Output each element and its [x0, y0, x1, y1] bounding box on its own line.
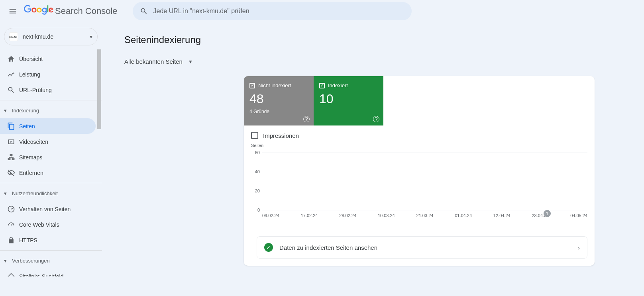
video-pages-icon [7, 138, 19, 146]
sidebar-item-label: URL-Prüfung [19, 87, 52, 93]
sidebar-scrollbar[interactable]: ▴ [96, 49, 102, 276]
chart-area: Seiten 0204060 06.02.2417.02.2428.02.241… [244, 141, 595, 226]
sidebar-item-https[interactable]: HTTPS [0, 232, 96, 248]
tile-value: 48 [249, 92, 308, 106]
sidebar-item-label: Leistung [19, 71, 40, 78]
x-tick-label: 10.03.24 [378, 213, 395, 221]
x-tick-label: 01.04.24 [455, 213, 472, 221]
checkbox-checked-icon: ✓ [249, 83, 255, 88]
impressions-toggle[interactable]: Impressionen [244, 125, 595, 141]
sidebar-item-cwv[interactable]: Core Web Vitals [0, 217, 96, 232]
section-label: Verbesserungen [12, 258, 50, 264]
x-tick-label: 12.04.24 [493, 213, 510, 221]
home-icon [7, 55, 19, 63]
url-inspect-search[interactable] [133, 2, 412, 20]
sidebar-item-label: Core Web Vitals [19, 222, 59, 228]
divider [0, 250, 102, 251]
view-indexed-data-button[interactable]: ✓ Daten zu indexierten Seiten ansehen › [257, 236, 587, 259]
help-icon[interactable]: ? [373, 116, 379, 122]
page-filter[interactable]: Alle bekannten Seiten ▼ [124, 58, 638, 65]
x-tick-label: 06.02.24 [262, 213, 279, 221]
chevron-down-icon: ▼ [188, 59, 193, 65]
page-title: Seitenindexierung [124, 26, 638, 58]
checkbox-checked-icon: ✓ [319, 83, 325, 88]
sitelinks-icon [7, 272, 19, 277]
sidebar-item-overview[interactable]: Übersicht [0, 51, 96, 67]
visibility-off-icon [7, 169, 19, 177]
menu-button[interactable] [3, 2, 22, 21]
page-experience-icon [7, 205, 19, 213]
tile-value: 10 [319, 92, 378, 106]
sidebar-item-url-inspect[interactable]: URL-Prüfung [0, 82, 96, 98]
section-enhancements[interactable]: ▾ Verbesserungen [0, 253, 96, 269]
nav-list: Übersicht Leistung URL-Prüfung ▾ Indexie… [0, 49, 102, 276]
property-label: next-kmu.de [23, 33, 53, 40]
sidebar-item-sitelinks-searchbox[interactable]: Sitelinks-Suchfeld [0, 269, 96, 276]
y-tick-label: 0 [257, 208, 260, 212]
lock-icon [7, 236, 19, 244]
chevron-right-icon: › [578, 244, 580, 251]
section-label: Nutzerfreundlichkeit [12, 190, 58, 196]
topbar: Search Console [0, 0, 644, 22]
x-tick-label: 17.02.24 [301, 213, 318, 221]
indexing-chart[interactable]: 0204060 06.02.2417.02.2428.02.2410.03.24… [251, 149, 587, 221]
trend-icon [7, 71, 19, 78]
impressions-label: Impressionen [263, 132, 299, 139]
tile-label: Nicht indexiert [258, 82, 291, 88]
sidebar-item-performance[interactable]: Leistung [0, 67, 96, 82]
property-picker[interactable]: NEXT next-kmu.de ▾ [4, 28, 98, 45]
sidebar-item-video-pages[interactable]: Videoseiten [0, 134, 96, 149]
section-label: Indexierung [12, 108, 39, 114]
checkbox-unchecked-icon [251, 132, 258, 139]
url-inspect-input[interactable] [153, 8, 404, 15]
y-tick-label: 20 [255, 188, 260, 193]
shell: NEXT next-kmu.de ▾ Übersicht Leistung UR… [0, 22, 644, 296]
grid-line [262, 153, 587, 153]
y-axis: 0204060 [251, 149, 262, 221]
divider [0, 183, 102, 183]
divider [0, 100, 102, 100]
chevron-down-icon: ▾ [90, 33, 92, 40]
indexing-card: ✓ Nicht indexiert 48 4 Gründe ? ✓ Indexi… [244, 76, 595, 266]
section-ux[interactable]: ▾ Nutzerfreundlichkeit [0, 186, 96, 201]
hamburger-icon [8, 7, 17, 16]
action-label: Daten zu indexierten Seiten ansehen [279, 244, 377, 251]
section-indexing[interactable]: ▾ Indexierung [0, 103, 96, 118]
tile-not-indexed[interactable]: ✓ Nicht indexiert 48 4 Gründe ? [244, 76, 314, 125]
search-icon [140, 7, 148, 15]
main-content: Seitenindexierung Alle bekannten Seiten … [102, 22, 644, 296]
bars-container [262, 153, 587, 210]
grid-line [262, 172, 587, 172]
help-icon[interactable]: ? [303, 116, 310, 122]
sidebar-item-label: Seiten [19, 123, 35, 129]
grid-line [262, 210, 587, 210]
tile-label: Indexiert [328, 82, 348, 88]
product-name: Search Console [55, 6, 118, 16]
scrollbar-thumb[interactable] [97, 49, 101, 129]
sidebar-item-page-experience[interactable]: Verhalten von Seiten [0, 201, 96, 217]
sidebar: NEXT next-kmu.de ▾ Übersicht Leistung UR… [0, 22, 102, 296]
tile-indexed[interactable]: ✓ Indexiert 10 ? [314, 76, 383, 125]
pages-icon [7, 122, 19, 130]
sidebar-item-label: Sitemaps [19, 154, 42, 161]
filter-label: Alle bekannten Seiten [124, 58, 183, 65]
y-tick-label: 40 [255, 169, 260, 174]
plot-area: 06.02.2417.02.2428.02.2410.03.2421.03.24… [262, 149, 587, 221]
x-axis: 06.02.2417.02.2428.02.2410.03.2421.03.24… [262, 212, 587, 221]
grid-line [262, 191, 587, 191]
sidebar-item-pages[interactable]: Seiten [0, 118, 96, 134]
sidebar-scroll: Übersicht Leistung URL-Prüfung ▾ Indexie… [0, 49, 102, 276]
property-favicon: NEXT [9, 32, 18, 41]
sidebar-item-sitemaps[interactable]: Sitemaps [0, 149, 96, 165]
sidebar-item-removals[interactable]: Entfernen [0, 165, 96, 180]
search-icon [7, 86, 19, 94]
check-circle-icon: ✓ [264, 243, 273, 252]
chevron-down-icon: ▾ [4, 108, 10, 114]
sidebar-item-label: Übersicht [19, 56, 43, 62]
sidebar-item-label: Entfernen [19, 170, 43, 176]
tile-subtext: 4 Gründe [249, 109, 308, 114]
speed-icon [7, 221, 19, 229]
product-logo[interactable]: Search Console [24, 5, 118, 18]
x-tick-label: 04.05.24 [570, 213, 587, 221]
x-tick-label: 21.03.24 [416, 213, 434, 221]
